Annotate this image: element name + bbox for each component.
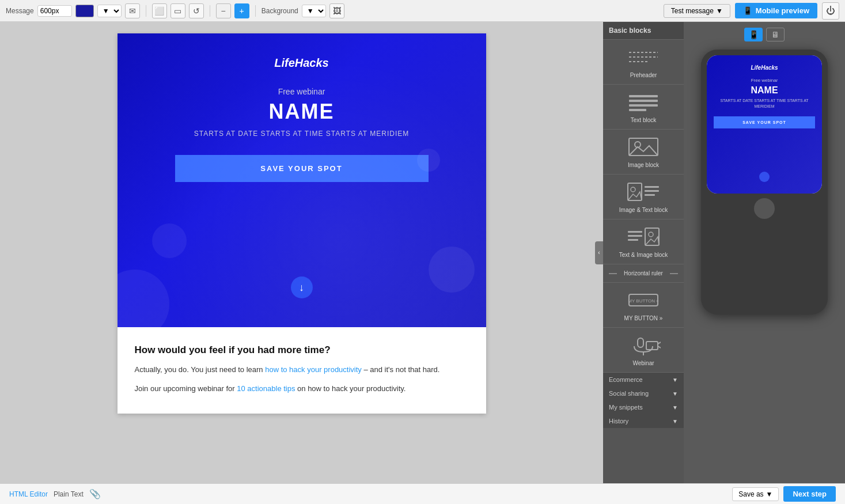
format-select[interactable]: ▼ — [97, 5, 122, 17]
tablet-view-btn[interactable]: ▭ — [170, 3, 185, 18]
zoom-in-btn[interactable]: + — [234, 3, 249, 18]
svg-rect-7 — [629, 138, 658, 156]
svg-text:MY BUTTON »: MY BUTTON » — [628, 298, 659, 304]
save-as-btn[interactable]: Save as ▼ — [732, 487, 779, 501]
webinar-label: Webinar — [632, 360, 654, 366]
block-preheader[interactable]: Preheader — [603, 40, 684, 85]
test-message-label: Test message — [671, 7, 714, 15]
hr-line — [609, 273, 617, 274]
power-btn[interactable]: ⏻ — [822, 2, 839, 20]
text-section: How would you feel if you had more time?… — [118, 327, 486, 414]
svg-rect-11 — [645, 186, 659, 188]
canvas-area[interactable]: LifeHacks Free webinar NAME STARTS AT DA… — [0, 22, 603, 483]
separator1 — [146, 5, 146, 17]
history-label: History — [609, 418, 628, 425]
phone-hero: LifeHacks Free webinar NAME STARTS AT DA… — [707, 55, 822, 194]
email-container: LifeHacks Free webinar NAME STARTS AT DA… — [118, 33, 486, 414]
social-sharing-label: Social sharing — [609, 390, 649, 397]
deco-circle-1 — [118, 270, 169, 327]
svg-rect-15 — [628, 235, 642, 237]
mobile-tab[interactable]: 📱 — [744, 28, 763, 41]
my-snippets-arrow: ▼ — [672, 404, 678, 411]
hack-productivity-link[interactable]: how to hack your productivity — [265, 365, 362, 374]
phone-home-btn[interactable] — [754, 198, 775, 219]
panel-title: Basic blocks — [603, 22, 684, 40]
svg-rect-5 — [629, 104, 658, 107]
plain-text-link[interactable]: Plain Text — [54, 490, 84, 498]
save-as-chevron: ▼ — [766, 490, 773, 498]
svg-point-18 — [649, 232, 653, 237]
button-block-label: MY BUTTON » — [624, 315, 663, 321]
block-button[interactable]: MY BUTTON » MY BUTTON » — [603, 283, 684, 328]
phone-cta: SAVE YOUR SPOT — [714, 116, 815, 128]
phone-logo: LifeHacks — [714, 65, 815, 71]
phone-webinar: Free webinar — [714, 78, 815, 83]
background-select[interactable]: ▼ — [302, 5, 326, 17]
deco-circle-2 — [429, 247, 475, 293]
svg-rect-4 — [629, 100, 658, 102]
ecommerce-arrow: ▼ — [672, 377, 678, 383]
mobile-preview-btn[interactable]: 📱 Mobile preview — [735, 3, 817, 18]
hr-label: Horizontal ruler — [624, 270, 663, 276]
hero-cta-button[interactable]: SAVE YOUR SPOT — [175, 155, 429, 182]
phone-screen: LifeHacks Free webinar NAME STARTS AT DA… — [707, 55, 822, 194]
bottom-right: Save as ▼ Next step — [732, 486, 836, 502]
image-block-label: Image block — [628, 162, 659, 168]
actionable-tips-link[interactable]: 10 actionable tips — [237, 384, 295, 393]
undo-btn[interactable]: ↺ — [189, 3, 204, 18]
panel-toggle[interactable]: ‹ — [595, 241, 603, 264]
paragraph-1: Actually, you do. You just need to learn… — [135, 364, 469, 376]
paragraph-2: Join our upcoming webinar for 10 actiona… — [135, 383, 469, 395]
svg-rect-12 — [645, 190, 659, 192]
section-ecommerce[interactable]: Ecommerce ▼ — [603, 373, 684, 386]
save-as-label: Save as — [738, 490, 763, 498]
section-history[interactable]: History ▼ — [603, 414, 684, 428]
hero-subtitle: STARTS AT DATE STARTS AT TIME STARTS AT … — [135, 130, 469, 138]
section-social-sharing[interactable]: Social sharing ▼ — [603, 386, 684, 400]
hero-down-arrow[interactable]: ↓ — [291, 276, 313, 298]
html-editor-link[interactable]: HTML Editor — [9, 490, 48, 498]
hero-logo: LifeHacks — [135, 56, 469, 70]
svg-point-10 — [631, 187, 635, 192]
block-image[interactable]: Image block — [603, 130, 684, 175]
main-area: LifeHacks Free webinar NAME STARTS AT DA… — [0, 22, 845, 483]
block-webinar[interactable]: Webinar — [603, 328, 684, 373]
ecommerce-label: Ecommerce — [609, 376, 643, 383]
background-image-btn[interactable]: 🖼 — [329, 3, 344, 18]
svg-rect-21 — [638, 338, 643, 347]
social-sharing-arrow: ▼ — [672, 391, 678, 397]
block-text[interactable]: Text block — [603, 85, 684, 130]
test-message-chevron: ▼ — [716, 7, 723, 15]
blocks-panel: ‹ Basic blocks Preheader — [603, 22, 684, 483]
phone-frame: LifeHacks Free webinar NAME STARTS AT DA… — [701, 50, 828, 314]
block-horizontal-ruler[interactable]: Horizontal ruler — [603, 264, 684, 283]
blocks-list: Preheader Text block — [603, 40, 684, 483]
width-input[interactable] — [37, 5, 72, 17]
svg-rect-6 — [629, 109, 646, 111]
text-heading: How would you feel if you had more time? — [135, 344, 469, 356]
deco-circle-4 — [417, 149, 440, 172]
attachment-icon[interactable]: 📎 — [89, 488, 101, 499]
test-message-btn[interactable]: Test message ▼ — [664, 4, 730, 18]
hero-title: NAME — [135, 100, 469, 124]
desktop-tab[interactable]: 🖥 — [766, 28, 785, 41]
desktop-view-btn[interactable]: ⬜ — [152, 3, 167, 18]
image-text-label: Image & Text block — [619, 207, 668, 213]
toolbar-right: Test message ▼ 📱 Mobile preview ⏻ — [664, 2, 839, 20]
svg-rect-3 — [629, 95, 658, 97]
section-my-snippets[interactable]: My snippets ▼ — [603, 400, 684, 414]
zoom-out-btn[interactable]: − — [216, 3, 231, 18]
preheader-icon — [626, 46, 661, 69]
block-text-image[interactable]: Text & Image block — [603, 219, 684, 264]
preview-tabs: 📱 🖥 — [744, 28, 785, 41]
email-icon[interactable]: ✉ — [125, 3, 140, 18]
next-step-btn[interactable]: Next step — [783, 486, 836, 502]
block-image-text[interactable]: Image & Text block — [603, 175, 684, 219]
mobile-preview-label: Mobile preview — [756, 6, 809, 15]
separator3 — [255, 5, 256, 17]
hero-section[interactable]: LifeHacks Free webinar NAME STARTS AT DA… — [118, 33, 486, 327]
mobile-icon: 📱 — [743, 6, 752, 15]
text-image-block-icon — [626, 225, 661, 248]
color-picker[interactable] — [75, 5, 94, 17]
deco-circle-3 — [152, 223, 187, 258]
